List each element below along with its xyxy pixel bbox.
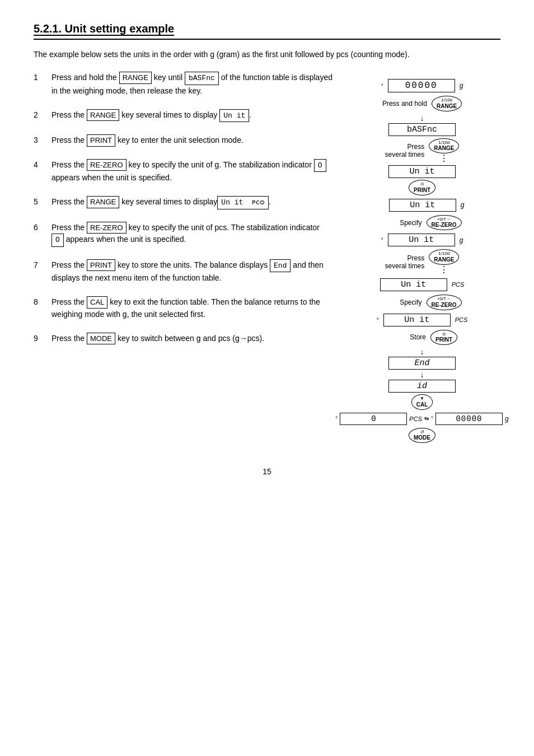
diag-cal-label: CAL — [416, 402, 428, 408]
step-9: 9 Press the MODE key to switch between g… — [34, 333, 332, 345]
step-text-8: Press the CAL key to exit the function t… — [51, 296, 332, 320]
step-2: 2 Press the RANGE key several times to d… — [34, 109, 332, 123]
diag-several-label: Pressseveral times — [385, 143, 425, 158]
diag-rezero-btn-1: +0/T→ RE-ZERO — [427, 215, 462, 231]
diag-store-row: Store ⊙ PRINT — [387, 330, 457, 346]
diag-range-btn-2: 1/10d RANGE — [429, 138, 459, 154]
step-7: 7 Press the PRINT key to store the units… — [34, 259, 332, 284]
diag-g-label-3: g — [460, 236, 463, 244]
step-num-2: 2 — [34, 109, 45, 123]
diag-display-unit-1: Un it — [388, 165, 456, 178]
diag-cal-row: ▼ CAL — [411, 394, 433, 410]
diag-degree-2: ° — [381, 237, 383, 243]
diag-1-10d-3: 1/10d — [438, 251, 449, 256]
diag-specify-row-2: Specify +0/T→ RE-ZERO — [383, 295, 462, 310]
diag-specify-label-2: Specify — [383, 298, 422, 306]
diag-arrow-end: ↓ — [420, 347, 424, 356]
diag-display-unit-g: Un it — [389, 199, 456, 212]
diag-pcs-final: PCS — [409, 416, 422, 422]
diag-dots-2: ⋮ — [439, 265, 448, 274]
diag-rezero-icon-1: +0/T→ — [437, 217, 451, 222]
diag-arrow-1: ↓ — [420, 114, 424, 123]
diag-display-0: 0 — [340, 413, 407, 425]
step-6: 6 Press the RE-ZERO key to specify the u… — [34, 222, 332, 247]
display-end: End — [270, 259, 291, 273]
intro-text: The example below sets the units in the … — [34, 49, 500, 60]
key-range-5: RANGE — [87, 196, 119, 208]
diag-print-icon-2: ⊙ — [442, 332, 446, 337]
step-num-4: 4 — [34, 159, 45, 184]
key-mode-9: MODE — [87, 333, 115, 345]
diag-degree-final2: ° — [431, 416, 433, 422]
diag-rezero-icon-2: +0/T→ — [437, 296, 451, 302]
diag-display-basfnc: bASFnc — [388, 123, 456, 136]
steps-column: 1 Press and hold the RANGE key until bAS… — [34, 72, 332, 445]
diag-range-label-1: RANGE — [437, 103, 457, 110]
step-num-5: 5 — [34, 196, 45, 209]
step-text-3: Press the PRINT key to enter the unit se… — [51, 134, 332, 147]
step-text-5: Press the RANGE key several times to dis… — [51, 196, 332, 209]
diag-g-label-1: g — [460, 82, 463, 90]
diag-specify-row-1: Specify +0/T→ RE-ZERO — [383, 215, 462, 231]
diag-range-label-3: RANGE — [434, 256, 454, 263]
diag-dots-1: ⋮ — [439, 154, 448, 163]
diag-degree-3: ° — [377, 317, 379, 323]
diag-presshold-row: Press and hold 1/10d RANGE — [382, 96, 462, 111]
diag-unit-g-row: Un it g — [380, 199, 465, 212]
step-num-9: 9 — [34, 333, 45, 345]
diag-store-label: Store — [387, 333, 426, 341]
diag-range-several-2: 1/10d RANGE ⋮ — [429, 249, 459, 275]
step-text-6: Press the RE-ZERO key to specify the uni… — [51, 222, 332, 247]
display-unit-2: Un it — [219, 109, 249, 123]
key-rezero-4: RE-ZERO — [87, 159, 127, 171]
diag-range-label-2: RANGE — [434, 145, 454, 152]
diag-initial-display: ° 00000 g — [381, 79, 463, 92]
diag-press-several-row: Pressseveral times 1/10d RANGE ⋮ — [385, 138, 460, 164]
diag-mode-icon: ↺ — [420, 430, 424, 435]
diag-display-id: id — [388, 380, 456, 393]
diag-display-00000: 00000 — [388, 79, 455, 92]
display-o-6: O — [51, 234, 64, 247]
diag-cal-btn: ▼ CAL — [411, 394, 433, 410]
diag-display-end: End — [388, 357, 456, 370]
diag-press-several-row-2: Pressseveral times 1/10d RANGE ⋮ — [385, 249, 460, 275]
diag-rezero-label-2: RE-ZERO — [432, 302, 457, 309]
step-8: 8 Press the CAL key to exit the function… — [34, 296, 332, 320]
step-text-2: Press the RANGE key several times to dis… — [51, 109, 332, 123]
step-num-1: 1 — [34, 72, 45, 97]
step-num-6: 6 — [34, 222, 45, 247]
diag-display-00000-final: 00000 — [435, 413, 503, 425]
key-range-2: RANGE — [87, 109, 119, 122]
step-1: 1 Press and hold the RANGE key until bAS… — [34, 72, 332, 97]
diag-print-icon: ⊙ — [420, 181, 424, 187]
page-number: 15 — [34, 467, 500, 476]
diag-display-unit-stable-g: Un it — [388, 234, 455, 246]
diag-g-final: g — [505, 415, 509, 423]
step-num-8: 8 — [34, 296, 45, 320]
diag-range-several: 1/10d RANGE ⋮ — [429, 138, 459, 164]
diag-display-unit-pcs: Un it — [380, 278, 447, 291]
diag-specify-label-1: Specify — [383, 219, 422, 227]
step-num-7: 7 — [34, 259, 45, 284]
diag-unit-pcs-row: Un it PCS — [380, 278, 465, 291]
diag-degree-1: ° — [381, 83, 383, 89]
diag-1-10d-2: 1/10d — [438, 140, 449, 146]
display-basfnc: bASFnc — [185, 72, 219, 85]
diag-print-row-1: ⊙ PRINT — [409, 180, 435, 195]
key-print-7: PRINT — [87, 259, 115, 272]
diag-mode-btn: ↺ MODE — [409, 428, 435, 444]
section-title: 5.2.1. Unit setting example — [34, 22, 500, 40]
diag-g-label-2: g — [461, 201, 465, 209]
key-print-3: PRINT — [87, 134, 115, 147]
display-unit-pcs-5: Un it ᴘᴄᴑ — [217, 196, 269, 209]
key-rezero-6: RE-ZERO — [87, 222, 127, 234]
diag-unit-pcs-stable-row: ° Un it PCS — [377, 314, 468, 326]
step-3: 3 Press the PRINT key to enter the unit … — [34, 134, 332, 147]
diag-several-label-2: Pressseveral times — [385, 254, 425, 270]
diagram-column: ° 00000 g Press and hold 1/10d RANGE ↓ b… — [344, 72, 500, 445]
diag-arrow-id: ↓ — [420, 370, 424, 379]
content-wrapper: 1 Press and hold the RANGE key until bAS… — [34, 72, 500, 445]
diag-print-label-1: PRINT — [414, 187, 430, 194]
diag-pcs-label-2: PCS — [455, 316, 468, 323]
step-num-3: 3 — [34, 134, 45, 147]
